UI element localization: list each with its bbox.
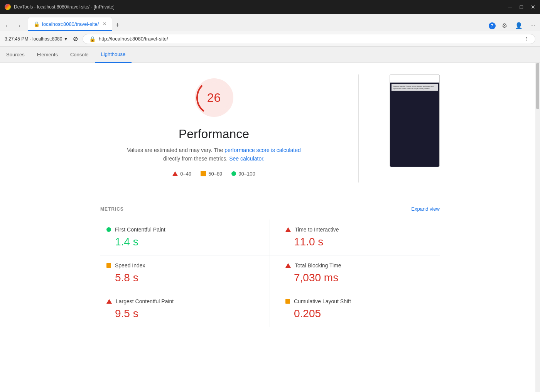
score-value: 26	[207, 91, 221, 105]
legend-bad: 0–49	[172, 171, 191, 177]
si-status-icon	[106, 263, 111, 268]
forward-button[interactable]: →	[14, 21, 23, 31]
lcp-value: 9.5 s	[106, 308, 254, 320]
more-options-icon[interactable]: ···	[529, 21, 537, 31]
screenshot-bottom: Our best destination guides for you Bast…	[390, 74, 439, 83]
active-browser-tab[interactable]: 🔒 localhost:8080/travel-site/ ✕	[28, 17, 112, 31]
maximize-button[interactable]: □	[520, 4, 523, 10]
minimize-button[interactable]: ─	[508, 4, 512, 10]
cls-label: Cumulative Layout Shift	[294, 298, 351, 304]
window-title: DevTools - localhost:8080/travel-site/ -…	[14, 4, 115, 10]
devtools-toolbar: Sources Elements Console Lighthouse	[0, 47, 540, 63]
lcp-status-icon	[106, 299, 112, 304]
back-button[interactable]: ←	[3, 21, 12, 31]
tti-label: Time to Interactive	[295, 226, 339, 233]
tab-sources[interactable]: Sources	[0, 47, 31, 63]
tab-favicon: 🔒	[34, 21, 40, 27]
score-section: 26 Performance Values are estimated and …	[100, 74, 440, 182]
si-value: 5.8 s	[106, 272, 254, 284]
cls-status-icon	[285, 299, 290, 304]
expand-view-button[interactable]: Expand view	[411, 206, 440, 212]
legend-medium: 50–89	[201, 171, 222, 177]
settings-icon[interactable]: ⚙	[500, 20, 509, 31]
metric-tti: Time to Interactive 11.0 s	[270, 220, 440, 255]
close-button[interactable]: ✕	[531, 4, 535, 10]
new-tab-button[interactable]: +	[112, 20, 123, 31]
metric-fcp: First Contentful Paint 1.4 s	[100, 220, 270, 255]
metric-lcp: Largest Contentful Paint 9.5 s	[100, 291, 270, 327]
metric-cls: Cumulative Layout Shift 0.205	[270, 291, 440, 327]
reload-button[interactable]: ⊘	[73, 35, 78, 42]
lighthouse-panel: 26 Performance Values are estimated and …	[0, 63, 540, 392]
section-divider	[100, 198, 440, 198]
notification-badge: 7	[489, 22, 496, 29]
cls-value: 0.205	[285, 308, 434, 320]
tbt-label: Total Blocking Time	[295, 262, 341, 269]
scrollbar-thumb[interactable]	[536, 63, 539, 109]
calculator-link[interactable]: See calculator.	[229, 155, 265, 162]
metrics-grid: First Contentful Paint 1.4 s Time to Int…	[100, 220, 440, 327]
fcp-value: 1.4 s	[106, 236, 254, 248]
profile-icon[interactable]: 👤	[513, 20, 524, 31]
legend-good: 90–100	[231, 171, 255, 177]
scrollbar-track[interactable]	[535, 63, 540, 392]
tab-label: localhost:8080/travel-site/	[42, 21, 99, 27]
tab-console[interactable]: Console	[64, 47, 95, 63]
clock-time: 3:27:45 PM - localhost:8080 ▼	[5, 36, 68, 42]
browser-icon	[5, 4, 11, 10]
score-legend: 0–49 50–89 90–100	[172, 171, 255, 177]
bad-icon	[172, 171, 178, 176]
page-screenshot: MARGIE'S TRAVEL ≡ Discover beautiful Cor…	[390, 74, 440, 167]
performance-description: Values are estimated and may vary. The p…	[122, 146, 307, 163]
metric-si: Speed Index 5.8 s	[100, 255, 270, 291]
tab-elements[interactable]: Elements	[31, 47, 64, 63]
address-bar: 3:27:45 PM - localhost:8080 ▼ ⊘ 🔒 http:/…	[0, 31, 540, 47]
vertical-divider	[358, 74, 359, 182]
tab-close-icon[interactable]: ✕	[103, 21, 106, 27]
screenshot-text: Discover beautiful Corsica, where stunni…	[392, 84, 438, 91]
perf-score-link[interactable]: performance score is calculated	[224, 147, 301, 153]
metric-tbt: Total Blocking Time 7,030 ms	[270, 255, 440, 291]
more-icon[interactable]: ⋮	[524, 36, 529, 42]
performance-title: Performance	[179, 127, 249, 141]
tti-value: 11.0 s	[285, 236, 434, 248]
tbt-status-icon	[285, 263, 291, 268]
tbt-value: 7,030 ms	[285, 272, 434, 284]
lcp-label: Largest Contentful Paint	[116, 298, 174, 304]
tti-status-icon	[285, 227, 291, 232]
performance-gauge: 26	[191, 74, 237, 121]
medium-icon	[201, 171, 206, 176]
dropdown-icon[interactable]: ▼	[64, 36, 68, 42]
metrics-header: METRICS Expand view	[100, 206, 440, 212]
url-bar[interactable]: 🔒 http://localhost:8080/travel-site/ ⋮	[83, 34, 535, 44]
fcp-label: First Contentful Paint	[115, 226, 165, 233]
si-label: Speed Index	[115, 262, 145, 269]
browser-tab-bar: ← → 🔒 localhost:8080/travel-site/ ✕ + 7 …	[0, 14, 540, 31]
tab-lighthouse[interactable]: Lighthouse	[95, 47, 132, 63]
security-icon: 🔒	[89, 36, 96, 42]
fcp-status-icon	[106, 227, 111, 232]
good-icon	[231, 171, 236, 176]
title-bar: DevTools - localhost:8080/travel-site/ -…	[0, 0, 540, 14]
url-text: http://localhost:8080/travel-site/	[99, 36, 168, 42]
metrics-label: METRICS	[100, 206, 124, 212]
